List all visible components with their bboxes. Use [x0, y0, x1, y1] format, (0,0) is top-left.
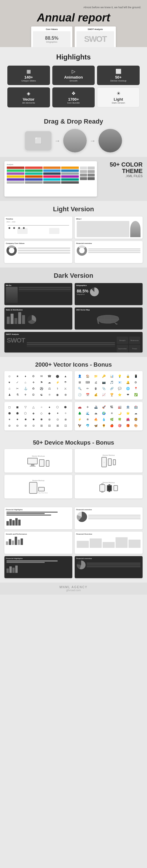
watch-shape-3	[113, 485, 118, 491]
pie-chart-sales	[27, 315, 36, 324]
icon-item: 📧	[117, 379, 122, 385]
footer-url: gfxroad.com	[3, 589, 144, 592]
watch-shape-2	[107, 485, 112, 491]
icon-item: ⭐	[125, 410, 131, 416]
hero-subtitle: Almost before we knew it, we had left th…	[6, 6, 141, 9]
icon-item: ⚙	[133, 379, 139, 385]
icon-item: ⊝	[31, 423, 36, 428]
icon-item: 🔍	[77, 386, 82, 391]
icon-item: 🌺	[125, 416, 131, 422]
icon-item: 🏗	[109, 404, 114, 410]
slides-icon: ▦	[27, 68, 31, 74]
icon-item: ☮	[31, 392, 36, 397]
icon-item: 🎁	[125, 423, 131, 428]
icon-item: 🌍	[101, 410, 106, 416]
icon-item: ⚗	[15, 392, 20, 397]
icon-item: ⬟	[15, 410, 20, 416]
icon-item: ▽	[23, 404, 28, 410]
icon-item: 🌊	[85, 410, 90, 416]
icon-item: ⬢	[63, 404, 68, 410]
color-info: 50+ COLOR THEME .XML FILES	[102, 161, 143, 178]
drag-source: ⬜	[25, 131, 51, 150]
icon-item: ❤	[125, 392, 131, 397]
dark-slide-we-do: We Do	[4, 283, 72, 305]
icon-item: ◼	[15, 404, 20, 410]
icon-item: ★	[15, 373, 20, 379]
icon-item: ⚛	[47, 392, 52, 397]
icon-item: ✹	[31, 416, 36, 422]
icon-item: 🔔	[125, 379, 131, 385]
icon-item: ⚓	[23, 386, 28, 391]
icon-item: 📎	[101, 386, 106, 391]
icon-item: ⚔	[63, 386, 68, 391]
icon-item: ⊙	[55, 416, 60, 422]
financial-grid: Financial Highlights Financial overview	[4, 507, 143, 578]
icon-item: ⚽	[39, 386, 44, 391]
icon-item: ◉	[55, 392, 60, 397]
icon-item: 📁	[93, 373, 99, 379]
icon-item: ⊛	[47, 416, 52, 422]
icon-item: 🎵	[109, 379, 114, 385]
icon-item: ◻	[7, 404, 12, 410]
drag-target-2	[99, 129, 122, 152]
pie-chart-dark	[90, 287, 99, 296]
icon-item: 🍎	[109, 423, 114, 428]
icon-item: 🔒	[125, 373, 131, 379]
drag-target-1	[63, 129, 87, 152]
icon-item: ✺	[39, 416, 44, 422]
dark-slide-sales: Sales & Distribution	[4, 308, 72, 330]
icon-item: 📅	[85, 392, 90, 397]
dark-slides-grid: We Do Infographics 88.5% Infographics	[4, 283, 143, 352]
icon-item: 👤	[77, 373, 82, 379]
icon-item: ⚡	[55, 379, 60, 385]
analysis-label: Analysis	[7, 164, 95, 165]
highlights-section: Highlights ▦ 140+ Unique Slides ▷ Animat…	[0, 47, 147, 113]
dark-slide-swot: SWOT Analysis SWOT Strengths Weaknesses …	[4, 332, 143, 352]
slide-2-content: SWOT	[76, 31, 114, 47]
icon-item: ⭐	[117, 392, 122, 397]
dark-version-title: Dark Version	[4, 272, 143, 280]
icon-item: 🚀	[101, 404, 106, 410]
animation-icon: ▷	[72, 68, 75, 74]
icon-item: 🍀	[117, 416, 122, 422]
vector-icon: ◈	[27, 91, 30, 96]
icon-item: 🎯	[117, 423, 122, 428]
financial-card-highlights-dark: Financial Highlights	[4, 556, 72, 578]
icon-item: ⊡	[63, 423, 68, 428]
icon-item: 🎨	[133, 423, 139, 428]
icons-bonus-section: 2000+ Vector Icons - Bonus ☺ ★ ♦ ⚙ ✉ ☎ ⬤…	[0, 357, 147, 435]
icon-item: 💡	[117, 373, 122, 379]
icon-item: ☁	[133, 410, 139, 416]
icon-item: ⬠	[23, 410, 28, 416]
highlights-title: Highlights	[4, 53, 143, 61]
icon-item: ☀	[109, 410, 114, 416]
icon-item: 🌐	[125, 386, 131, 391]
icon-item: ♟	[7, 392, 12, 397]
icon-item: ⬣	[7, 410, 12, 416]
icon-item: ◆	[47, 410, 52, 416]
icon-item: ⊘	[7, 423, 12, 428]
icon-item: ⬡	[55, 404, 60, 410]
icon-item: 🏭	[117, 404, 122, 410]
icons-grid-4: 🚗 ✈ 🚢 🚀 🏗 🏭 🏦 🏥 🌲 🌊 ⛰ 🌍 ☀ 🌙 ⭐ ☁ ⚡ ❄ 🔥	[77, 404, 140, 428]
mockup-card-phone: Device Mockup ◻	[75, 449, 143, 472]
icon-item: △	[31, 404, 36, 410]
icon-item: 💰	[93, 392, 99, 397]
icon-item: 🦅	[77, 423, 82, 428]
badge-device: ⬜ 50+ Device mockup	[97, 66, 140, 85]
icon-item: ⌨	[85, 379, 90, 385]
color-theme-section: Analysis	[0, 157, 147, 201]
watch-shape-1	[99, 484, 105, 492]
icon-item: ⊗	[63, 416, 68, 422]
slide-2-label: SWOT Analysis	[76, 28, 114, 30]
device-mockups-section: 50+ Device Mockups - Bonus Device Mockup…	[0, 435, 147, 503]
icons-bundle-icon: ❖	[71, 91, 76, 96]
icon-item: ⌂	[23, 379, 28, 385]
icon-item: 📱	[133, 373, 139, 379]
light-version-section: Light Version Timeline 2014 — 2018 W	[0, 201, 147, 268]
icon-item: 🏠	[85, 373, 90, 379]
drag-drop-section: Drag & Drop Ready ⬜ → →	[0, 113, 147, 157]
icon-item: 🔑	[101, 373, 106, 379]
icon-item: 🌿	[109, 416, 114, 422]
swot-text: SWOT	[84, 34, 106, 44]
